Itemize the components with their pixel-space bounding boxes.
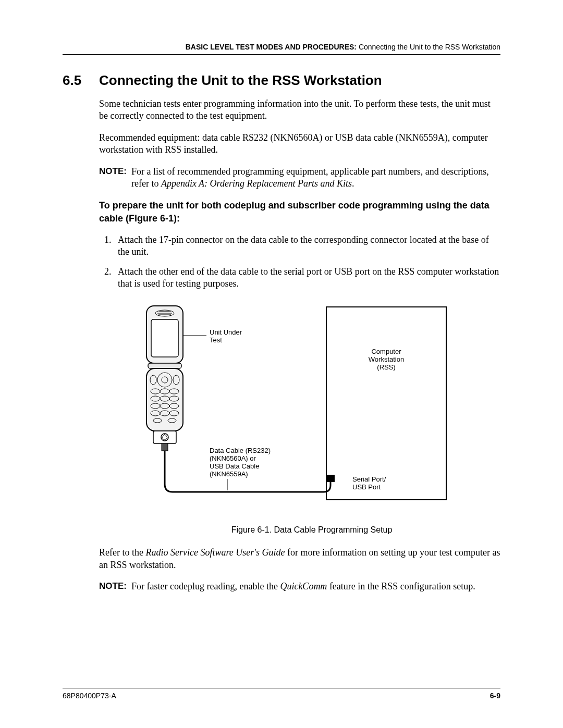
footer-doc-number: 68P80400P73-A — [63, 692, 116, 700]
svg-rect-8 — [146, 368, 183, 431]
label-unit-1: Unit Under — [210, 328, 242, 336]
note-text-2: For faster codeplug reading, enable the … — [131, 581, 500, 593]
svg-rect-27 — [153, 431, 176, 443]
note2-ital: QuickComm — [280, 581, 327, 591]
p3-ital: Radio Service Software User's Guide — [145, 547, 285, 558]
label-computer-3: (RSS) — [377, 363, 395, 371]
page: BASIC LEVEL TEST MODES AND PROCEDURES: C… — [0, 0, 563, 728]
svg-rect-6 — [151, 319, 178, 357]
note-label: NOTE: — [99, 166, 131, 190]
note2-b: feature in the RSS configuration setup. — [327, 581, 475, 591]
footer-page-number: 6-9 — [490, 692, 500, 700]
paragraph-3: Refer to the Radio Service Software User… — [99, 547, 500, 571]
note-text: For a list of recommended programming eq… — [131, 166, 500, 190]
note-2: NOTE: For faster codeplug reading, enabl… — [99, 581, 500, 593]
paragraph-2: Recommended equipment: data cable RS232 … — [99, 132, 500, 156]
note-1: NOTE: For a list of recommended programm… — [99, 166, 500, 190]
note2-a: For faster codeplug reading, enable the — [131, 581, 280, 591]
step-2: Attach the other end of the data cable t… — [114, 266, 500, 290]
label-cable-4: (NKN6559A) — [210, 470, 248, 478]
label-computer-2: Workstation — [369, 355, 404, 363]
procedure-subhead: To prepare the unit for both codeplug an… — [99, 199, 500, 225]
label-cable-3: USB Data Cable — [210, 462, 259, 470]
label-computer-1: Computer — [371, 348, 401, 355]
unit-under-test-icon — [146, 306, 183, 451]
label-cable-1: Data Cable (RS232) — [210, 447, 271, 454]
svg-rect-0 — [326, 307, 446, 500]
page-footer: 68P80400P73-A 6-9 — [63, 688, 500, 700]
section-heading: 6.5Connecting the Unit to the RSS Workst… — [63, 72, 500, 89]
body: Some technician tests enter programming … — [99, 98, 500, 593]
svg-rect-29 — [162, 443, 168, 451]
note1-b: . — [352, 178, 354, 189]
label-port-1: Serial Port/ — [352, 475, 386, 483]
step-1: Attach the 17-pin connector on the data … — [114, 234, 500, 258]
p3-a: Refer to the — [99, 547, 145, 558]
section-number: 6.5 — [63, 72, 99, 89]
label-port-2: USB Port — [352, 483, 381, 491]
figure-caption: Figure 6-1. Data Cable Programming Setup — [123, 525, 500, 536]
header-bold: BASIC LEVEL TEST MODES AND PROCEDURES: — [186, 43, 357, 51]
section-title: Connecting the Unit to the RSS Workstati… — [99, 72, 382, 88]
svg-rect-7 — [148, 363, 181, 368]
svg-rect-31 — [326, 475, 335, 482]
figure-6-1: Computer Workstation (RSS) — [123, 302, 500, 536]
figure-diagram: Computer Workstation (RSS) — [123, 302, 457, 515]
note1-ital: Appendix A: Ordering Replacement Parts a… — [161, 178, 352, 189]
steps-list: Attach the 17-pin connector on the data … — [99, 234, 500, 290]
note-label-2: NOTE: — [99, 581, 131, 593]
paragraph-1: Some technician tests enter programming … — [99, 98, 500, 122]
label-unit-2: Test — [210, 336, 222, 344]
label-cable-2: (NKN6560A) or — [210, 454, 256, 462]
running-header: BASIC LEVEL TEST MODES AND PROCEDURES: C… — [63, 43, 500, 55]
header-rest: Connecting the Unit to the RSS Workstati… — [357, 43, 500, 51]
